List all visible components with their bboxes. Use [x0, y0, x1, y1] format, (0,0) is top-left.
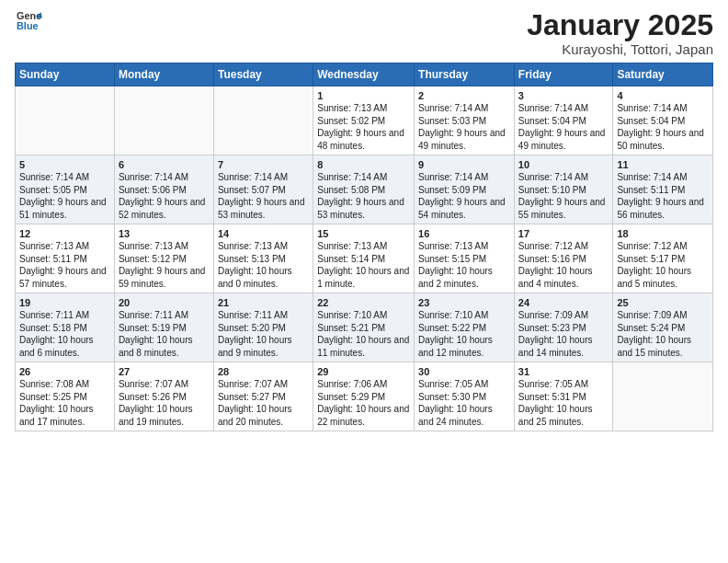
day-info: Sunrise: 7:14 AM Sunset: 5:08 PM Dayligh… [317, 171, 410, 221]
day-info: Sunrise: 7:09 AM Sunset: 5:23 PM Dayligh… [518, 309, 609, 359]
day-info: Sunrise: 7:13 AM Sunset: 5:12 PM Dayligh… [119, 240, 210, 290]
day-number: 24 [518, 297, 609, 308]
calendar-cell: 23Sunrise: 7:10 AM Sunset: 5:22 PM Dayli… [415, 293, 515, 362]
day-number: 17 [518, 228, 609, 239]
day-info: Sunrise: 7:14 AM Sunset: 5:03 PM Dayligh… [418, 102, 510, 152]
calendar-cell: 5Sunrise: 7:14 AM Sunset: 5:05 PM Daylig… [16, 155, 115, 224]
day-number: 21 [218, 297, 309, 308]
weekday-header-tuesday: Tuesday [213, 63, 313, 86]
calendar-cell: 14Sunrise: 7:13 AM Sunset: 5:13 PM Dayli… [213, 224, 313, 293]
weekday-header-row: SundayMondayTuesdayWednesdayThursdayFrid… [16, 63, 713, 86]
day-info: Sunrise: 7:08 AM Sunset: 5:25 PM Dayligh… [19, 378, 110, 428]
day-number: 5 [19, 159, 110, 170]
day-number: 11 [617, 159, 709, 170]
day-info: Sunrise: 7:14 AM Sunset: 5:06 PM Dayligh… [119, 171, 210, 221]
day-number: 16 [418, 228, 510, 239]
day-number: 20 [119, 297, 210, 308]
day-number: 4 [617, 90, 709, 101]
calendar-cell: 27Sunrise: 7:07 AM Sunset: 5:26 PM Dayli… [114, 362, 213, 431]
calendar-table: SundayMondayTuesdayWednesdayThursdayFrid… [15, 63, 713, 431]
day-info: Sunrise: 7:14 AM Sunset: 5:04 PM Dayligh… [617, 102, 709, 152]
day-number: 29 [317, 366, 410, 377]
calendar-cell: 31Sunrise: 7:05 AM Sunset: 5:31 PM Dayli… [514, 362, 613, 431]
logo: General Blue [15, 9, 42, 39]
day-info: Sunrise: 7:10 AM Sunset: 5:22 PM Dayligh… [418, 309, 510, 359]
day-number: 8 [317, 159, 410, 170]
calendar-cell: 18Sunrise: 7:12 AM Sunset: 5:17 PM Dayli… [613, 224, 713, 293]
day-number: 12 [19, 228, 110, 239]
day-info: Sunrise: 7:12 AM Sunset: 5:17 PM Dayligh… [617, 240, 709, 290]
calendar-cell: 21Sunrise: 7:11 AM Sunset: 5:20 PM Dayli… [213, 293, 313, 362]
calendar-cell: 17Sunrise: 7:12 AM Sunset: 5:16 PM Dayli… [514, 224, 613, 293]
weekday-header-wednesday: Wednesday [313, 63, 415, 86]
calendar-cell: 16Sunrise: 7:13 AM Sunset: 5:15 PM Dayli… [415, 224, 515, 293]
day-info: Sunrise: 7:11 AM Sunset: 5:19 PM Dayligh… [119, 309, 210, 359]
logo-icon: General Blue [17, 9, 42, 35]
calendar-cell: 10Sunrise: 7:14 AM Sunset: 5:10 PM Dayli… [514, 155, 613, 224]
day-info: Sunrise: 7:14 AM Sunset: 5:07 PM Dayligh… [218, 171, 309, 221]
day-info: Sunrise: 7:14 AM Sunset: 5:04 PM Dayligh… [518, 102, 609, 152]
day-number: 2 [418, 90, 510, 101]
calendar-cell [114, 86, 213, 155]
weekday-header-sunday: Sunday [16, 63, 115, 86]
calendar-cell: 29Sunrise: 7:06 AM Sunset: 5:29 PM Dayli… [313, 362, 415, 431]
header: General Blue January 2025 Kurayoshi, Tot… [15, 9, 713, 57]
calendar-cell: 30Sunrise: 7:05 AM Sunset: 5:30 PM Dayli… [415, 362, 515, 431]
calendar-cell [213, 86, 313, 155]
location-title: Kurayoshi, Tottori, Japan [527, 41, 713, 57]
calendar-cell: 28Sunrise: 7:07 AM Sunset: 5:27 PM Dayli… [213, 362, 313, 431]
day-number: 19 [19, 297, 110, 308]
calendar-cell: 7Sunrise: 7:14 AM Sunset: 5:07 PM Daylig… [213, 155, 313, 224]
day-info: Sunrise: 7:13 AM Sunset: 5:15 PM Dayligh… [418, 240, 510, 290]
day-number: 23 [418, 297, 510, 308]
day-info: Sunrise: 7:13 AM Sunset: 5:11 PM Dayligh… [19, 240, 110, 290]
calendar-cell: 20Sunrise: 7:11 AM Sunset: 5:19 PM Dayli… [114, 293, 213, 362]
day-number: 10 [518, 159, 609, 170]
day-number: 22 [317, 297, 410, 308]
day-info: Sunrise: 7:12 AM Sunset: 5:16 PM Dayligh… [518, 240, 609, 290]
day-number: 25 [617, 297, 709, 308]
day-number: 28 [218, 366, 309, 377]
calendar-cell: 12Sunrise: 7:13 AM Sunset: 5:11 PM Dayli… [16, 224, 115, 293]
title-block: January 2025 Kurayoshi, Tottori, Japan [527, 9, 713, 57]
calendar-cell: 1Sunrise: 7:13 AM Sunset: 5:02 PM Daylig… [313, 86, 415, 155]
day-info: Sunrise: 7:13 AM Sunset: 5:14 PM Dayligh… [317, 240, 410, 290]
day-number: 18 [617, 228, 709, 239]
calendar-week-row: 12Sunrise: 7:13 AM Sunset: 5:11 PM Dayli… [16, 224, 713, 293]
calendar-cell: 24Sunrise: 7:09 AM Sunset: 5:23 PM Dayli… [514, 293, 613, 362]
calendar-cell: 4Sunrise: 7:14 AM Sunset: 5:04 PM Daylig… [613, 86, 713, 155]
day-number: 31 [518, 366, 609, 377]
calendar-week-row: 19Sunrise: 7:11 AM Sunset: 5:18 PM Dayli… [16, 293, 713, 362]
calendar-cell: 8Sunrise: 7:14 AM Sunset: 5:08 PM Daylig… [313, 155, 415, 224]
day-number: 9 [418, 159, 510, 170]
calendar-cell: 11Sunrise: 7:14 AM Sunset: 5:11 PM Dayli… [613, 155, 713, 224]
day-info: Sunrise: 7:10 AM Sunset: 5:21 PM Dayligh… [317, 309, 410, 359]
calendar-cell [16, 86, 115, 155]
day-info: Sunrise: 7:05 AM Sunset: 5:31 PM Dayligh… [518, 378, 609, 428]
weekday-header-thursday: Thursday [415, 63, 515, 86]
calendar-week-row: 5Sunrise: 7:14 AM Sunset: 5:05 PM Daylig… [16, 155, 713, 224]
day-info: Sunrise: 7:14 AM Sunset: 5:10 PM Dayligh… [518, 171, 609, 221]
day-info: Sunrise: 7:11 AM Sunset: 5:18 PM Dayligh… [19, 309, 110, 359]
calendar-week-row: 26Sunrise: 7:08 AM Sunset: 5:25 PM Dayli… [16, 362, 713, 431]
calendar-cell [613, 362, 713, 431]
day-info: Sunrise: 7:13 AM Sunset: 5:13 PM Dayligh… [218, 240, 309, 290]
day-info: Sunrise: 7:09 AM Sunset: 5:24 PM Dayligh… [617, 309, 709, 359]
weekday-header-monday: Monday [114, 63, 213, 86]
calendar-week-row: 1Sunrise: 7:13 AM Sunset: 5:02 PM Daylig… [16, 86, 713, 155]
calendar-cell: 25Sunrise: 7:09 AM Sunset: 5:24 PM Dayli… [613, 293, 713, 362]
day-info: Sunrise: 7:11 AM Sunset: 5:20 PM Dayligh… [218, 309, 309, 359]
day-number: 26 [19, 366, 110, 377]
weekday-header-saturday: Saturday [613, 63, 713, 86]
day-number: 7 [218, 159, 309, 170]
day-info: Sunrise: 7:07 AM Sunset: 5:27 PM Dayligh… [218, 378, 309, 428]
weekday-header-friday: Friday [514, 63, 613, 86]
calendar-cell: 3Sunrise: 7:14 AM Sunset: 5:04 PM Daylig… [514, 86, 613, 155]
month-title: January 2025 [527, 9, 713, 41]
day-info: Sunrise: 7:05 AM Sunset: 5:30 PM Dayligh… [418, 378, 510, 428]
calendar-cell: 26Sunrise: 7:08 AM Sunset: 5:25 PM Dayli… [16, 362, 115, 431]
calendar-cell: 13Sunrise: 7:13 AM Sunset: 5:12 PM Dayli… [114, 224, 213, 293]
calendar-cell: 19Sunrise: 7:11 AM Sunset: 5:18 PM Dayli… [16, 293, 115, 362]
day-info: Sunrise: 7:07 AM Sunset: 5:26 PM Dayligh… [119, 378, 210, 428]
calendar-cell: 2Sunrise: 7:14 AM Sunset: 5:03 PM Daylig… [415, 86, 515, 155]
